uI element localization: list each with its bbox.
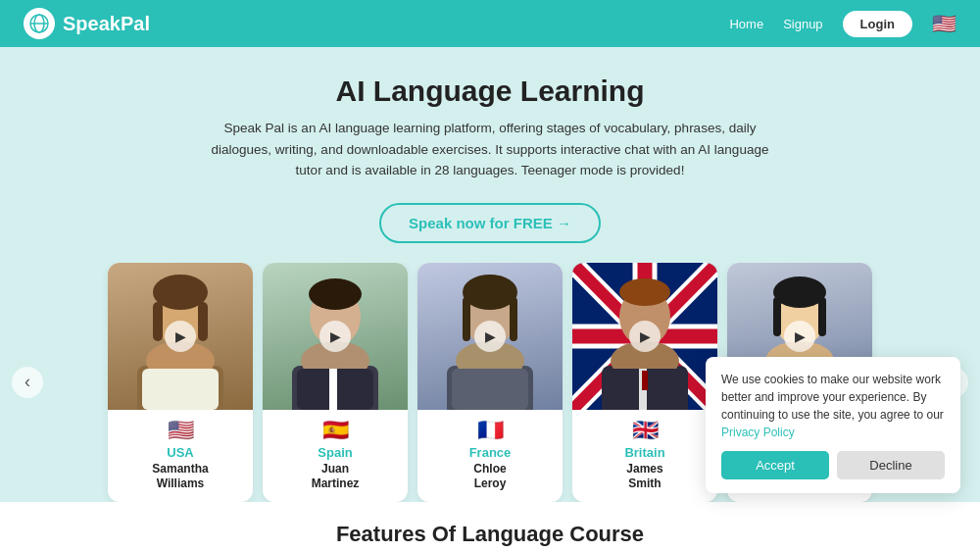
flag-britain: 🇬🇧 <box>578 418 711 443</box>
carousel-left-arrow[interactable]: ‹ <box>12 367 43 398</box>
card-img-france: ▶ <box>417 263 563 410</box>
country-spain: Spain <box>269 445 402 460</box>
language-flag[interactable]: 🇺🇸 <box>932 12 956 35</box>
country-france: France <box>423 445 557 460</box>
svg-point-13 <box>309 278 362 310</box>
svg-rect-8 <box>198 302 208 341</box>
cookie-text: We use cookies to make our website work … <box>721 371 945 441</box>
card-img-spain: ▶ <box>263 263 408 410</box>
svg-rect-22 <box>452 369 528 410</box>
navbar: SpeakPal Home Signup Login 🇺🇸 <box>0 0 980 47</box>
card-body-usa: 🇺🇸 USA SamanthaWilliams <box>108 410 253 502</box>
features-section: Features Of Language Course <box>0 502 980 552</box>
svg-rect-9 <box>142 369 219 410</box>
nav-signup[interactable]: Signup <box>783 17 822 31</box>
cookie-banner: We use cookies to make our website work … <box>706 357 960 493</box>
card-britain: ▶ 🇬🇧 Britain JamesSmith <box>572 263 717 502</box>
flag-usa: 🇺🇸 <box>114 418 247 443</box>
flag-france: 🇫🇷 <box>423 418 557 443</box>
name-britain: JamesSmith <box>578 462 711 492</box>
svg-rect-44 <box>818 297 826 336</box>
card-body-britain: 🇬🇧 Britain JamesSmith <box>572 410 717 502</box>
card-body-spain: 🇪🇸 Spain JuanMartinez <box>263 410 408 502</box>
features-title: Features Of Language Course <box>29 522 951 547</box>
flag-spain: 🇪🇸 <box>269 418 402 443</box>
svg-rect-7 <box>153 302 163 341</box>
card-body-france: 🇫🇷 France ChloeLeroy <box>417 410 563 502</box>
country-britain: Britain <box>578 445 711 460</box>
svg-rect-43 <box>773 297 781 336</box>
cookie-buttons: Accept Decline <box>721 451 945 479</box>
svg-point-42 <box>773 276 826 308</box>
hero-section: AI Language Learning Speak Pal is an AI … <box>0 47 980 263</box>
play-btn-china[interactable]: ▶ <box>784 321 815 352</box>
name-spain: JuanMartinez <box>269 462 402 492</box>
hero-title: AI Language Learning <box>39 75 941 108</box>
svg-rect-20 <box>463 297 470 341</box>
play-btn-france[interactable]: ▶ <box>474 321 506 352</box>
hero-description: Speak Pal is an AI language learning pla… <box>206 118 774 181</box>
cookie-accept-button[interactable]: Accept <box>721 451 829 479</box>
svg-rect-21 <box>510 297 517 341</box>
cta-button[interactable]: Speak now for FREE → <box>379 203 601 243</box>
nav-links: Home Signup Login 🇺🇸 <box>729 11 956 37</box>
svg-rect-15 <box>329 369 337 410</box>
play-btn-spain[interactable]: ▶ <box>319 321 351 352</box>
card-spain: ▶ 🇪🇸 Spain JuanMartinez <box>263 263 408 502</box>
svg-rect-38 <box>642 371 648 390</box>
svg-point-19 <box>463 275 517 310</box>
card-img-britain: ▶ <box>572 263 717 410</box>
svg-point-35 <box>619 278 670 306</box>
card-usa: ▶ 🇺🇸 USA SamanthaWilliams <box>108 263 253 502</box>
brand-icon <box>24 8 55 39</box>
brand: SpeakPal <box>24 8 150 39</box>
login-button[interactable]: Login <box>843 11 912 37</box>
name-france: ChloeLeroy <box>423 462 557 492</box>
privacy-policy-link[interactable]: Privacy Policy <box>721 426 795 439</box>
cookie-message: We use cookies to make our website work … <box>721 373 944 422</box>
nav-home[interactable]: Home <box>729 17 763 31</box>
play-btn-britain[interactable]: ▶ <box>629 321 661 352</box>
play-btn-usa[interactable]: ▶ <box>165 321 196 352</box>
card-img-usa: ▶ <box>108 263 253 410</box>
card-france: ▶ 🇫🇷 France ChloeLeroy <box>417 263 563 502</box>
brand-name: SpeakPal <box>63 13 150 35</box>
name-usa: SamanthaWilliams <box>114 462 247 492</box>
cookie-decline-button[interactable]: Decline <box>837 451 945 479</box>
country-usa: USA <box>114 445 247 460</box>
